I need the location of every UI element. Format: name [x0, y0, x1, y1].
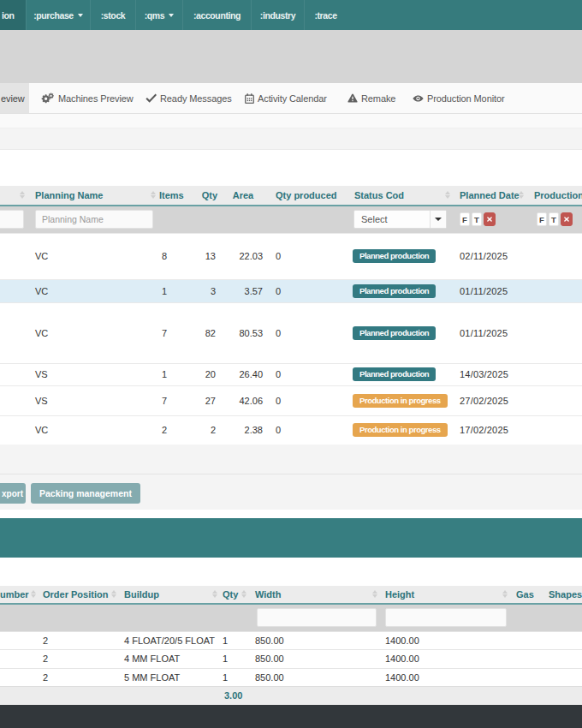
nav-item-production[interactable]: ion: [0, 0, 26, 30]
planned-date-to-button[interactable]: T: [472, 212, 482, 226]
column-header-planning-name[interactable]: Planning Name: [28, 186, 159, 206]
column-header-buildup[interactable]: Buildup: [120, 586, 221, 604]
column-header-number[interactable]: umber: [0, 586, 39, 604]
planned-date-cell: 02/11/2025: [454, 233, 527, 279]
glass-filter-row: [0, 604, 582, 631]
width-filter-input[interactable]: [257, 608, 377, 627]
sort-icon: [212, 590, 217, 598]
empty-cell: [120, 686, 221, 705]
column-header-production[interactable]: Production: [527, 186, 582, 206]
planning-name-filter-input[interactable]: [35, 210, 153, 229]
tab-remake[interactable]: Remake: [334, 83, 401, 113]
nav-item-accounting[interactable]: :accounting: [182, 0, 251, 30]
page-background-band: [0, 30, 582, 83]
nav-item-purchase[interactable]: :purchase: [26, 0, 90, 30]
qty-total: 3.00: [221, 686, 250, 705]
table-row[interactable]: VC 2 2 2.38 0 Production in progress 17/…: [0, 415, 582, 445]
table-row[interactable]: 2 5 MM FLOAT 1 850.00 1400.00: [0, 668, 582, 686]
items-cell: 8: [159, 233, 195, 279]
table-row[interactable]: VS 7 27 42.06 0 Production in progress 2…: [0, 385, 582, 415]
planned-date-clear-button[interactable]: [484, 212, 496, 226]
table-row-selected[interactable]: VC 1 3 3.57 0 Planned production 01/11/2…: [0, 279, 582, 302]
production-from-button[interactable]: F: [537, 212, 547, 226]
nav-item-qms[interactable]: :qms: [135, 0, 182, 30]
actions-bar: xport Packing management: [0, 474, 582, 510]
planned-date-cell: 01/11/2025: [454, 279, 527, 302]
column-header-cut[interactable]: [0, 186, 28, 206]
status-badge: Planned production: [353, 367, 436, 381]
column-header-order-position[interactable]: Order Position: [39, 586, 120, 604]
table-row[interactable]: 2 4 FLOAT/20/5 FLOAT 1 850.00 1400.00: [0, 631, 582, 649]
filter-cell: [381, 604, 511, 631]
planning-filter-row: Select F T F T: [0, 206, 582, 233]
height-filter-input[interactable]: [385, 608, 507, 627]
column-header-status-cod[interactable]: Status Cod: [342, 186, 454, 206]
column-header-qty[interactable]: Qty: [221, 586, 250, 604]
panel-padding: [0, 150, 582, 186]
tab-label: Production Monitor: [427, 93, 505, 104]
tab-label: Machines Preview: [58, 93, 134, 104]
empty-cell: [0, 686, 39, 705]
nav-item-industry[interactable]: :industry: [251, 0, 304, 30]
items-cell: 1: [159, 279, 195, 302]
column-header-qty[interactable]: Qty: [195, 186, 221, 206]
filter-cell: [28, 206, 159, 233]
tab-preview[interactable]: eview: [0, 83, 29, 113]
column-header-shapes[interactable]: Shapes: [537, 586, 582, 604]
empty-cell: [250, 686, 381, 705]
filter-cell: [0, 206, 28, 233]
items-cell: 1: [159, 363, 195, 385]
column-header-items[interactable]: Items: [159, 186, 195, 206]
export-button[interactable]: xport: [0, 483, 26, 504]
production-clear-button[interactable]: [561, 212, 573, 226]
production-filter-group: F T: [537, 212, 582, 226]
qty-cell: 1: [221, 631, 250, 649]
section-header-band: [0, 518, 582, 558]
empty-cell: [221, 206, 265, 233]
tab-activity-calendar[interactable]: Activity Calendar: [233, 83, 334, 113]
empty-cell: [0, 631, 39, 649]
empty-cell: [0, 668, 39, 686]
empty-cell: [527, 233, 582, 279]
tab-production-monitor[interactable]: Production Monitor: [401, 83, 510, 113]
packing-management-button[interactable]: Packing management: [31, 483, 140, 504]
page: ion :purchase :stock :qms :accounting :i…: [0, 0, 582, 728]
bottom-bar: [0, 705, 582, 728]
column-header-qty-produced[interactable]: Qty produced: [265, 186, 342, 206]
select-dropdown-button[interactable]: [430, 211, 446, 228]
table-row[interactable]: VC 7 82 80.53 0 Planned production 01/11…: [0, 302, 582, 363]
tab-machines-preview[interactable]: Machines Preview: [29, 83, 133, 113]
status-cell: Planned production: [342, 363, 454, 385]
chevron-down-icon: [78, 14, 83, 17]
table-row[interactable]: 2 4 MM FLOAT 1 850.00 1400.00: [0, 649, 582, 668]
column-header-area[interactable]: Area: [221, 186, 265, 206]
empty-cell: [511, 686, 537, 705]
nav-item-trace[interactable]: :trace: [304, 0, 347, 30]
filter-input-cut[interactable]: [0, 210, 24, 229]
column-header-width[interactable]: Width: [250, 586, 381, 604]
area-cell: 42.06: [221, 385, 265, 415]
status-select[interactable]: Select: [353, 210, 447, 229]
tab-ready-messages[interactable]: Ready Messages: [133, 83, 233, 113]
sort-icon: [519, 191, 524, 199]
empty-cell: [537, 604, 582, 631]
column-header-height[interactable]: Height: [381, 586, 511, 604]
column-header-gas[interactable]: Gas: [511, 586, 537, 604]
table-row[interactable]: VC 8 13 22.03 0 Planned production 02/11…: [0, 233, 582, 279]
production-to-button[interactable]: T: [549, 212, 559, 226]
planned-date-cell: 14/03/2025: [454, 363, 527, 385]
planned-date-cell: 27/02/2025: [454, 385, 527, 415]
glass-table: umber Order Position Buildup Qty Width H…: [0, 586, 582, 705]
planned-date-cell: 01/11/2025: [454, 302, 527, 363]
column-header-planned-date[interactable]: Planned Date: [454, 186, 527, 206]
table-row[interactable]: VS 1 20 26.40 0 Planned production 14/03…: [0, 363, 582, 385]
status-badge: Production in progress: [353, 394, 448, 408]
area-cell: 2.38: [221, 415, 265, 445]
chevron-down-icon: [435, 218, 442, 221]
planning-table: Planning Name Items Qty Area Qty produce…: [0, 186, 582, 445]
planned-date-from-button[interactable]: F: [460, 212, 470, 226]
nav-item-stock[interactable]: :stock: [90, 0, 135, 30]
empty-cell: [537, 631, 582, 649]
status-cell: Planned production: [342, 302, 454, 363]
section-gap: [0, 558, 582, 586]
